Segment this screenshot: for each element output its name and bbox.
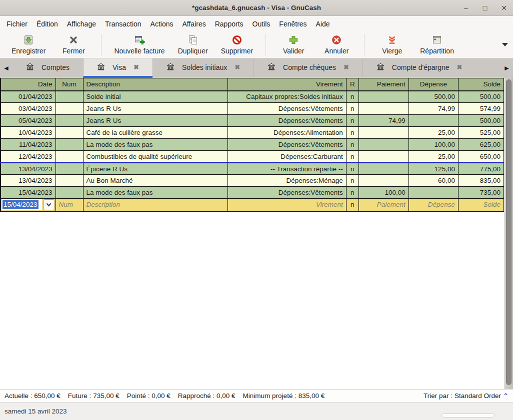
cell-r[interactable]: n xyxy=(346,91,358,103)
scrollbar-thumb[interactable] xyxy=(506,79,512,385)
cell-expense[interactable]: 125,00 xyxy=(408,163,458,175)
transaction-row[interactable]: 15/04/2023La mode des faux pasDépenses:V… xyxy=(0,187,504,199)
column-header-dépense[interactable]: Dépense xyxy=(408,78,458,91)
tab-compte-chèques[interactable]: Compte chèques✖ xyxy=(254,58,362,78)
cell-payment[interactable] xyxy=(358,175,408,187)
cell-description[interactable]: La mode des faux pas xyxy=(83,139,228,151)
cell-r[interactable]: n xyxy=(346,127,358,139)
cell-num[interactable] xyxy=(56,91,83,103)
cell-r[interactable]: n xyxy=(346,115,358,127)
cell-num[interactable] xyxy=(56,187,83,199)
tab-soldes-initiaux[interactable]: Soldes initiaux✖ xyxy=(152,58,254,78)
cell-expense[interactable]: 74,99 xyxy=(408,103,458,115)
nouvelle-facture-button[interactable]: Nouvelle facture xyxy=(108,31,171,58)
menu-item-fenêtres[interactable]: Fenêtres xyxy=(274,17,311,30)
cell-num[interactable] xyxy=(56,127,83,139)
cell-date[interactable]: 10/04/2023 xyxy=(0,127,56,139)
tab-visa[interactable]: Visa✖ xyxy=(83,58,152,78)
cell-description[interactable]: Épicerie R Us xyxy=(83,163,228,175)
fermer-button[interactable]: Fermer xyxy=(52,31,95,58)
cell-transfer[interactable]: Dépenses:Vêtements xyxy=(228,115,346,127)
column-header-description[interactable]: Description xyxy=(83,78,228,91)
menu-item-transaction[interactable]: Transaction xyxy=(100,17,146,30)
transaction-row[interactable]: 03/04/2023Jeans R UsDépenses:Vêtementsn7… xyxy=(0,103,504,115)
cell-transfer[interactable]: Dépenses:Vêtements xyxy=(228,187,346,199)
cell-date[interactable]: 01/04/2023 xyxy=(0,91,56,103)
cell-description[interactable]: Jeans R Us xyxy=(83,115,228,127)
tab-scroll-left-button[interactable]: ◀ xyxy=(0,58,12,78)
cell-num[interactable] xyxy=(56,163,83,175)
cell-num[interactable] xyxy=(56,139,83,151)
column-header-r[interactable]: R xyxy=(346,78,358,91)
tab-close-icon[interactable]: ✖ xyxy=(457,63,462,71)
edit-description-cell[interactable]: Description xyxy=(83,199,228,211)
title-bar[interactable]: *gcashdata_6.gnucash - Visa - GnuCash – … xyxy=(0,0,513,16)
cell-payment[interactable]: 100,00 xyxy=(358,187,408,199)
date-dropdown-button[interactable] xyxy=(44,199,54,210)
tab-comptes[interactable]: Comptes xyxy=(12,58,83,78)
edit-transfer-cell[interactable]: Virement xyxy=(228,199,346,211)
transaction-row[interactable]: 01/04/2023Solde initialCapitaux propres:… xyxy=(0,91,504,103)
enregistrer-button[interactable]: Enregistrer xyxy=(5,31,52,58)
cell-balance[interactable]: 775,00 xyxy=(458,163,504,175)
menu-item-affaires[interactable]: Affaires xyxy=(178,17,210,30)
cell-date[interactable]: 13/04/2023 xyxy=(0,163,56,175)
vierge-button[interactable]: Vierge xyxy=(370,31,414,58)
transaction-row[interactable]: 12/04/2023Combustibles de qualité supéri… xyxy=(0,151,504,163)
maximize-button[interactable]: □ xyxy=(479,2,491,13)
sort-control[interactable]: Trier par : Standard Order ⌃ xyxy=(424,392,508,400)
annuler-button[interactable]: Annuler xyxy=(315,31,358,58)
tab-close-icon[interactable]: ✖ xyxy=(344,63,349,71)
transaction-row[interactable]: 05/04/2023Jeans R UsDépenses:Vêtementsn7… xyxy=(0,115,504,127)
cell-r[interactable]: n xyxy=(346,187,358,199)
transaction-row[interactable]: 10/04/2023Café de la cuillère grasseDépe… xyxy=(0,127,504,139)
cell-date[interactable]: 11/04/2023 xyxy=(0,139,56,151)
supprimer-button[interactable]: Supprimer xyxy=(214,31,260,58)
column-header-num[interactable]: Num xyxy=(56,78,83,91)
cell-expense[interactable]: 500,00 xyxy=(408,91,458,103)
column-header-date[interactable]: Date xyxy=(0,78,56,91)
tab-close-icon[interactable]: ✖ xyxy=(234,63,240,71)
cell-balance[interactable]: 625,00 xyxy=(458,139,504,151)
cell-date[interactable]: 15/04/2023 xyxy=(0,187,56,199)
cell-balance[interactable]: 500,00 xyxy=(458,115,504,127)
cell-balance[interactable]: 574,99 xyxy=(458,103,504,115)
cell-payment[interactable] xyxy=(358,139,408,151)
edit-balance-cell[interactable]: Solde xyxy=(458,199,504,211)
cell-balance[interactable]: 735,00 xyxy=(458,187,504,199)
cell-expense[interactable]: 25,00 xyxy=(408,151,458,163)
edit-reconcile-cell[interactable]: n xyxy=(346,199,358,211)
cell-transfer[interactable]: Dépenses:Vêtements xyxy=(228,103,346,115)
cell-description[interactable]: Jeans R Us xyxy=(83,103,228,115)
cell-transfer[interactable]: -- Transaction répartie -- xyxy=(228,163,346,175)
cell-description[interactable]: Café de la cuillère grasse xyxy=(83,127,228,139)
menu-item-rapports[interactable]: Rapports xyxy=(210,17,248,30)
edit-payment-cell[interactable]: Paiement xyxy=(358,199,408,211)
menu-item-actions[interactable]: Actions xyxy=(146,17,178,30)
menu-item-aide[interactable]: Aide xyxy=(312,17,334,30)
cell-description[interactable]: Solde initial xyxy=(83,91,228,103)
transaction-row[interactable]: 13/04/2023Au Bon MarchéDépenses:Ménagen6… xyxy=(0,175,504,187)
cell-expense[interactable]: 25,00 xyxy=(408,127,458,139)
menu-item-affichage[interactable]: Affichage xyxy=(62,17,100,30)
cell-payment[interactable] xyxy=(358,151,408,163)
cell-description[interactable]: Au Bon Marché xyxy=(83,175,228,187)
cell-r[interactable]: n xyxy=(346,175,358,187)
cell-expense[interactable]: 60,00 xyxy=(408,175,458,187)
cell-r[interactable]: n xyxy=(346,151,358,163)
column-header-solde[interactable]: Solde xyxy=(458,78,504,91)
cell-date[interactable]: 13/04/2023 xyxy=(0,175,56,187)
cell-payment[interactable] xyxy=(358,127,408,139)
cell-payment[interactable] xyxy=(358,163,408,175)
menu-item-édition[interactable]: Édition xyxy=(32,17,62,30)
cell-transfer[interactable]: Capitaux propres:Soldes initiaux xyxy=(228,91,346,103)
toolbar-overflow-button[interactable] xyxy=(502,31,508,58)
cell-num[interactable] xyxy=(56,151,83,163)
cell-num[interactable] xyxy=(56,175,83,187)
cell-expense[interactable]: 100,00 xyxy=(408,139,458,151)
cell-balance[interactable]: 525,00 xyxy=(458,127,504,139)
cell-transfer[interactable]: Dépenses:Alimentation xyxy=(228,127,346,139)
menu-item-fichier[interactable]: Fichier xyxy=(2,17,32,30)
cell-transfer[interactable]: Dépenses:Carburant xyxy=(228,151,346,163)
edit-date-cell[interactable]: 15/04/2023 xyxy=(0,199,56,211)
